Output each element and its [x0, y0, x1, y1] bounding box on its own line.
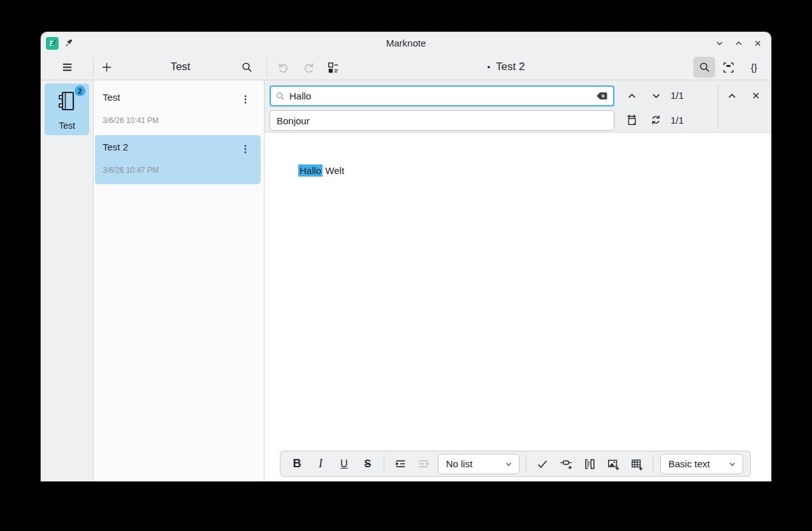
titlebar: Marknote [41, 32, 771, 54]
toolbar-separator [93, 59, 94, 76]
insert-link-button[interactable] [556, 454, 576, 474]
chevron-up-icon [727, 91, 737, 101]
italic-button[interactable]: I [311, 454, 330, 474]
document-text-line: Hallo Welt [298, 165, 344, 176]
redo-button[interactable] [298, 57, 319, 78]
chevron-down-icon [728, 460, 737, 469]
list-style-value: No list [446, 458, 473, 469]
minimize-button[interactable] [713, 36, 727, 50]
close-search-button[interactable] [746, 86, 766, 105]
notebook-count-badge: 2 [75, 85, 85, 96]
modified-indicator: • [488, 62, 491, 72]
note-date: 3/6/26 10:47 PM [103, 166, 253, 175]
chevron-down-icon [651, 91, 662, 101]
table-add-icon [630, 458, 643, 470]
window-title: Marknote [41, 38, 771, 48]
text-style-value: Basic text [669, 458, 710, 469]
window-controls [713, 36, 771, 50]
note-options-button[interactable] [238, 92, 253, 107]
search-in-note-button[interactable] [693, 57, 715, 78]
note-list-item-selected[interactable]: Test 2 3/6/26 10:47 PM [95, 135, 261, 184]
replace-all-button[interactable] [646, 110, 666, 129]
hamburger-menu-button[interactable] [56, 57, 78, 78]
search-panel-separator [718, 84, 718, 129]
focus-mode-icon [722, 61, 735, 74]
note-editor[interactable]: Hallo Welt B I U S [265, 133, 771, 481]
note-title: Test 2 [103, 142, 128, 152]
clear-search-icon[interactable] [596, 91, 608, 101]
format-separator [384, 455, 384, 472]
notebook-sidebar: 2 Test [41, 80, 94, 481]
braces-icon: {} [751, 62, 757, 73]
search-icon [276, 92, 285, 101]
bold-button[interactable]: B [287, 454, 307, 474]
main-toolbar: Test [41, 54, 771, 80]
note-date: 3/6/26 10:41 PM [103, 116, 253, 125]
maximize-button[interactable] [732, 36, 746, 50]
focus-mode-button[interactable] [718, 57, 739, 78]
view-list-details-icon [327, 61, 340, 74]
match-count: 1/1 [671, 90, 684, 101]
marknote-window: Marknote Test [41, 32, 771, 481]
next-match-button[interactable] [646, 86, 666, 105]
format-separator [653, 455, 653, 472]
chevron-up-icon [627, 91, 637, 101]
markdown-source-button[interactable]: {} [743, 57, 765, 78]
replace-button[interactable] [621, 110, 642, 129]
link-add-icon [560, 458, 572, 470]
note-options-button[interactable] [238, 142, 253, 157]
search-icon [241, 61, 253, 73]
replace-all-icon [650, 114, 662, 126]
search-notes-button[interactable] [236, 57, 257, 78]
code-block-icon [583, 458, 596, 470]
chevron-down-icon [504, 460, 513, 469]
strikethrough-button[interactable]: S [358, 454, 377, 474]
search-replace-panel: Hallo [265, 80, 771, 133]
kebab-menu-icon [240, 144, 250, 154]
collapse-replace-button[interactable] [721, 86, 742, 105]
format-separator [526, 455, 526, 472]
insert-code-block-button[interactable] [580, 454, 599, 474]
close-icon [751, 91, 761, 101]
task-list-button[interactable] [533, 454, 552, 474]
search-icon [699, 61, 711, 73]
note-list: Test 3/6/26 10:41 PM Test 2 [94, 80, 265, 481]
editor-header-title: • Test 2 [359, 54, 653, 80]
notebook-label: Test [59, 120, 75, 131]
note-title: Test [103, 92, 120, 103]
search-query-text: Hallo [289, 91, 596, 101]
insert-table-button[interactable] [627, 454, 646, 474]
content-area: 2 Test Test 3/6/26 10:41 PM Te [41, 80, 771, 481]
redo-icon [303, 61, 315, 73]
note-view-toggle-button[interactable] [323, 57, 344, 78]
indent-less-icon [417, 458, 430, 470]
replace-input[interactable]: Bonjour [270, 110, 614, 131]
hamburger-icon [61, 61, 73, 73]
indent-more-icon [394, 458, 407, 470]
search-highlight: Hallo [298, 164, 323, 177]
format-toolbar: B I U S [280, 451, 751, 477]
underline-button[interactable]: U [335, 454, 354, 474]
note-list-item[interactable]: Test 3/6/26 10:41 PM [95, 85, 261, 135]
search-input[interactable]: Hallo [270, 85, 614, 106]
image-add-icon [607, 458, 620, 470]
text-style-dropdown[interactable]: Basic text [660, 454, 743, 474]
undo-icon [277, 61, 289, 73]
toolbar-separator [266, 59, 267, 76]
previous-match-button[interactable] [621, 86, 642, 105]
sidebar-item-notebook-test[interactable]: 2 Test [45, 84, 89, 135]
insert-image-button[interactable] [604, 454, 623, 474]
replace-icon [626, 114, 638, 126]
editor-pane: Hallo [265, 80, 771, 481]
undo-button[interactable] [272, 57, 294, 78]
replace-value-text: Bonjour [277, 115, 609, 126]
list-style-dropdown[interactable]: No list [438, 454, 519, 474]
replace-count: 1/1 [671, 115, 684, 126]
checkmark-icon [536, 458, 549, 470]
kebab-menu-icon [240, 94, 250, 105]
outdent-button[interactable] [414, 454, 433, 474]
close-button[interactable] [751, 36, 765, 50]
indent-button[interactable] [391, 454, 410, 474]
